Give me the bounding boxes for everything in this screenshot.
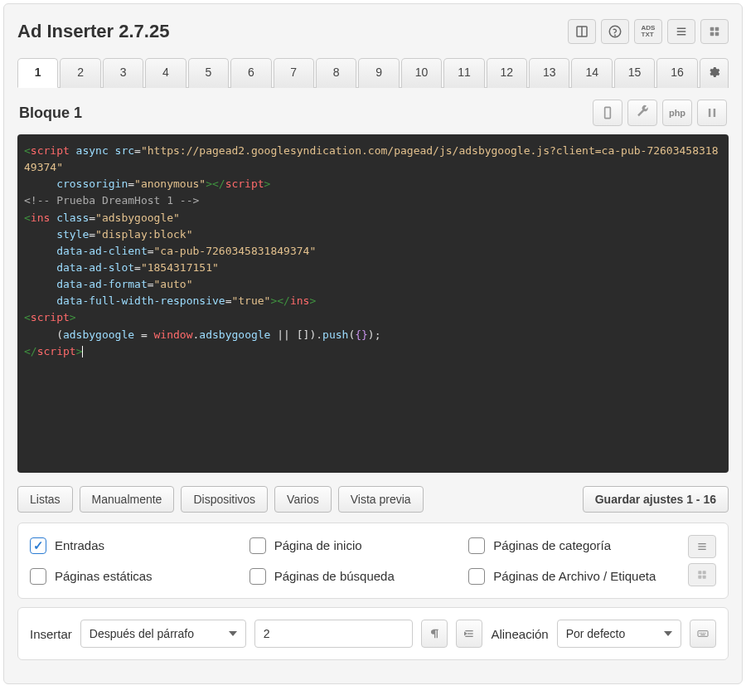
checkbox-p-ginas-de-b-squeda[interactable]: Páginas de búsqueda [249, 568, 453, 585]
main-panel: Ad Inserter 2.7.25 ADS TXT 1234567891011… [3, 3, 743, 684]
paragraph-icon[interactable] [421, 620, 448, 648]
tab-15[interactable]: 15 [614, 58, 655, 88]
insert-label: Insertar [30, 627, 72, 641]
checkbox-grid: EntradasPágina de inicioPáginas de categ… [30, 535, 716, 586]
svg-rect-8 [715, 27, 719, 32]
checkbox-label: Páginas de búsqueda [274, 569, 395, 583]
manualmente-button[interactable]: Manualmente [80, 486, 175, 513]
svg-point-26 [701, 633, 702, 634]
list-icon[interactable] [667, 19, 695, 44]
checkbox-box[interactable] [30, 568, 46, 585]
varios-button[interactable]: Varios [274, 486, 332, 513]
checkbox-box[interactable] [468, 568, 485, 585]
device-icon[interactable] [593, 100, 622, 126]
keyboard-icon[interactable] [690, 620, 716, 648]
checkbox-label: Páginas de categoría [493, 538, 611, 552]
tab-7[interactable]: 7 [274, 58, 314, 88]
listas-button[interactable]: Listas [17, 486, 73, 513]
checkbox-p-gina-de-inicio[interactable]: Página de inicio [249, 537, 453, 554]
insert-position-value: Después del párrafo [90, 627, 194, 640]
svg-rect-12 [709, 109, 711, 117]
checkbox-entradas[interactable]: Entradas [30, 537, 233, 554]
pause-icon[interactable] [697, 100, 727, 126]
tab-8[interactable]: 8 [316, 58, 356, 88]
align-value: Por defecto [566, 627, 626, 640]
placement-section: EntradasPágina de inicioPáginas de categ… [17, 523, 729, 599]
tab-2[interactable]: 2 [60, 58, 100, 88]
list-view-icon[interactable] [688, 535, 716, 558]
block-toolbar: php [593, 100, 727, 126]
checkbox-label: Páginas de Archivo / Etiqueta [493, 569, 656, 583]
php-button[interactable]: php [662, 100, 692, 126]
checkbox-box[interactable] [249, 568, 266, 585]
checkbox-label: Páginas estáticas [55, 569, 153, 583]
grid-view-icon[interactable] [688, 563, 716, 586]
tab-1[interactable]: 1 [17, 58, 58, 88]
tab-12[interactable]: 12 [487, 58, 527, 88]
checkbox-p-ginas-de-categor-a[interactable]: Páginas de categoría [468, 537, 671, 554]
tab-5[interactable]: 5 [188, 58, 229, 88]
svg-rect-20 [703, 576, 706, 579]
tab-10[interactable]: 10 [401, 58, 442, 88]
block-title: Bloque 1 [19, 105, 82, 122]
checkbox-box[interactable] [468, 537, 485, 554]
checkbox-p-ginas-de-archivo-etiqueta[interactable]: Páginas de Archivo / Etiqueta [468, 568, 671, 585]
svg-rect-24 [698, 631, 708, 637]
header: Ad Inserter 2.7.25 ADS TXT [17, 19, 729, 44]
svg-rect-17 [698, 571, 701, 574]
tab-settings[interactable] [700, 58, 729, 88]
svg-point-28 [705, 633, 705, 634]
tab-4[interactable]: 4 [145, 58, 186, 88]
checkbox-box[interactable] [30, 537, 46, 554]
svg-point-25 [700, 633, 700, 634]
app-title: Ad Inserter 2.7.25 [17, 21, 169, 42]
svg-point-27 [703, 633, 704, 634]
svg-rect-19 [698, 576, 701, 579]
indent-icon[interactable] [456, 620, 482, 648]
checkbox-label: Entradas [55, 538, 104, 552]
svg-rect-10 [715, 32, 719, 36]
svg-rect-11 [605, 107, 611, 118]
book-icon[interactable] [568, 19, 596, 44]
tab-13[interactable]: 13 [529, 58, 569, 88]
wrench-icon[interactable] [627, 100, 657, 126]
svg-rect-7 [710, 27, 715, 32]
code-editor[interactable]: <script async src="https://pagead2.googl… [17, 134, 729, 473]
placement-side-icons [688, 535, 716, 586]
checkbox-p-ginas-est-ticas[interactable]: Páginas estáticas [30, 568, 233, 585]
tab-14[interactable]: 14 [571, 58, 612, 88]
tab-bar: 12345678910111213141516 [17, 57, 729, 88]
guardar-button[interactable]: Guardar ajustes 1 - 16 [583, 486, 729, 513]
dispositivos-button[interactable]: Dispositivos [181, 486, 268, 513]
svg-point-3 [615, 35, 616, 36]
svg-rect-9 [710, 32, 715, 36]
tab-3[interactable]: 3 [103, 58, 143, 88]
checkbox-label: Página de inicio [274, 538, 362, 552]
insert-number-input[interactable]: 2 [254, 620, 413, 648]
tab-11[interactable]: 11 [443, 58, 484, 88]
insert-position-select[interactable]: Después del párrafo [80, 620, 246, 648]
tab-6[interactable]: 6 [230, 58, 271, 88]
help-icon[interactable] [601, 19, 629, 44]
insert-number-value: 2 [264, 627, 270, 640]
vista-previa-button[interactable]: Vista previa [338, 486, 424, 513]
checkbox-box[interactable] [249, 537, 266, 554]
tab-9[interactable]: 9 [358, 58, 399, 88]
svg-rect-18 [703, 571, 706, 574]
align-select[interactable]: Por defecto [557, 620, 681, 648]
svg-rect-13 [714, 109, 716, 117]
block-header: Bloque 1 php [17, 95, 729, 134]
tab-16[interactable]: 16 [656, 58, 697, 88]
header-toolbar: ADS TXT [568, 19, 729, 44]
align-label: Alineación [491, 627, 548, 641]
insert-section: Insertar Después del párrafo 2 Alineació… [17, 607, 729, 660]
grid-icon[interactable] [700, 19, 729, 44]
adstxt-icon[interactable]: ADS TXT [634, 19, 662, 44]
action-button-row: Listas Manualmente Dispositivos Varios V… [17, 486, 729, 513]
